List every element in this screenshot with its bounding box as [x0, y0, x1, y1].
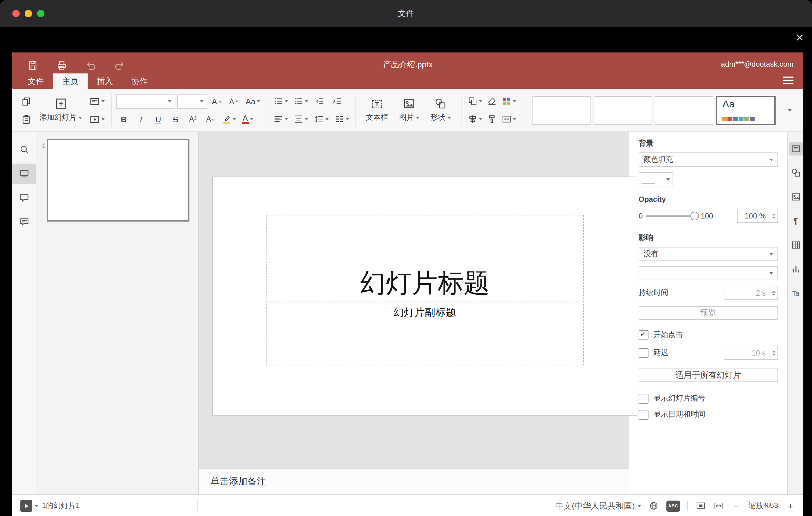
- set-language-button[interactable]: [648, 500, 659, 511]
- copy-button[interactable]: [19, 93, 34, 109]
- decrease-indent-button[interactable]: [312, 93, 328, 109]
- spellcheck-button[interactable]: ABC: [666, 500, 680, 511]
- slide-layout-button[interactable]: [88, 93, 107, 109]
- slide-size-button[interactable]: [500, 111, 518, 127]
- slide-title-placeholder[interactable]: 幻灯片标题: [266, 215, 584, 303]
- minimize-window-button[interactable]: [25, 10, 32, 17]
- highlight-color-button[interactable]: [220, 111, 238, 127]
- redo-button[interactable]: [112, 57, 127, 73]
- save-button[interactable]: [25, 57, 40, 73]
- theme-gallery-expand-button[interactable]: [782, 103, 797, 118]
- fit-to-slide-button[interactable]: [695, 500, 706, 511]
- start-slideshow-button[interactable]: [88, 111, 107, 127]
- slider-knob[interactable]: [690, 212, 699, 220]
- presentation-editor: 产品介绍.pptx adm***@dootask.com 文件 主页 插入 协作: [12, 53, 803, 515]
- zoom-in-button[interactable]: +: [785, 500, 795, 511]
- bullets-button[interactable]: [271, 93, 290, 109]
- undo-button[interactable]: [83, 57, 98, 73]
- fit-to-width-button[interactable]: [713, 500, 724, 511]
- color-scheme-icon: [502, 96, 512, 106]
- opacity-input[interactable]: 100 %: [737, 209, 778, 223]
- canvas-scroll-area[interactable]: 幻灯片标题 幻灯片副标题: [199, 132, 629, 468]
- text-art-settings-tab[interactable]: Ta: [789, 286, 803, 300]
- horizontal-align-button[interactable]: [271, 111, 290, 127]
- line-spacing-button[interactable]: [312, 111, 331, 127]
- slide-settings-tab[interactable]: [789, 142, 803, 155]
- color-scheme-button[interactable]: [500, 93, 518, 109]
- tab-home[interactable]: 主页: [53, 74, 88, 89]
- spinner-arrows[interactable]: [769, 209, 778, 222]
- theme-thumbnail[interactable]: [593, 96, 652, 124]
- table-settings-tab[interactable]: [789, 238, 803, 252]
- opacity-slider[interactable]: [646, 211, 698, 220]
- zoom-window-button[interactable]: [37, 10, 45, 17]
- spinner-arrows[interactable]: [769, 286, 778, 299]
- font-size-combo[interactable]: [177, 94, 207, 108]
- paste-button[interactable]: [19, 111, 34, 127]
- arrange-shapes-button[interactable]: [466, 93, 484, 109]
- fill-color-select[interactable]: [639, 172, 673, 187]
- image-settings-tab[interactable]: [789, 190, 803, 204]
- tab-file[interactable]: 文件: [19, 74, 53, 89]
- chart-settings-tab[interactable]: [789, 262, 803, 276]
- vertical-align-button[interactable]: [292, 111, 310, 127]
- apply-to-all-button[interactable]: 适用于所有幻灯片: [639, 368, 778, 382]
- subscript-button[interactable]: A₂: [202, 111, 218, 127]
- spinner-arrows[interactable]: [769, 346, 778, 359]
- language-status-button[interactable]: 中文(中华人民共和国): [555, 500, 641, 511]
- slides-panel-button[interactable]: [12, 164, 36, 184]
- show-date-time-checkbox[interactable]: [639, 409, 648, 420]
- insert-image-button[interactable]: 图片: [394, 92, 425, 128]
- theme-thumbnail-selected[interactable]: Aa: [716, 95, 776, 125]
- delay-checkbox[interactable]: [639, 348, 648, 358]
- notes-area[interactable]: 单击添加备注: [199, 468, 629, 494]
- delay-input[interactable]: 10 s: [724, 346, 778, 360]
- preview-button[interactable]: 预览: [639, 306, 778, 320]
- strikethrough-button[interactable]: S: [168, 111, 183, 127]
- columns-button[interactable]: [332, 111, 351, 127]
- increase-font-size-button[interactable]: A: [209, 93, 225, 109]
- fill-type-select[interactable]: 颜色填充: [639, 152, 778, 167]
- tab-collaboration[interactable]: 协作: [122, 74, 157, 89]
- chat-panel-button[interactable]: [12, 212, 36, 232]
- align-shapes-button[interactable]: [466, 111, 484, 127]
- tab-insert[interactable]: 插入: [88, 74, 122, 89]
- font-name-combo[interactable]: [116, 94, 175, 108]
- copy-style-button[interactable]: [484, 111, 500, 127]
- effect-type-select[interactable]: [639, 266, 778, 280]
- zoom-out-button[interactable]: −: [731, 500, 741, 511]
- print-button[interactable]: [54, 57, 69, 73]
- thumbnail-number: 1: [42, 142, 46, 149]
- start-on-click-checkbox[interactable]: [639, 330, 648, 340]
- change-case-button[interactable]: Aa: [244, 93, 262, 109]
- start-slideshow-status-button[interactable]: [20, 500, 32, 512]
- slide-canvas[interactable]: 幻灯片标题 幻灯片副标题: [212, 176, 637, 416]
- comments-panel-button[interactable]: [12, 188, 36, 208]
- slide-thumbnail[interactable]: [47, 139, 190, 222]
- superscript-button[interactable]: A²: [185, 111, 201, 127]
- underline-button[interactable]: U: [150, 111, 166, 127]
- search-panel-button[interactable]: [12, 140, 36, 160]
- hamburger-menu-icon[interactable]: [783, 77, 793, 84]
- theme-thumbnail[interactable]: [532, 96, 591, 124]
- shape-settings-tab[interactable]: [789, 166, 803, 180]
- increase-indent-button[interactable]: [329, 93, 345, 109]
- show-slide-number-checkbox[interactable]: [639, 394, 648, 403]
- add-slide-button[interactable]: 添加幻灯片: [34, 92, 88, 128]
- duration-input[interactable]: 2 s: [724, 286, 778, 300]
- clear-style-button[interactable]: [484, 93, 500, 109]
- close-window-button[interactable]: [12, 10, 20, 17]
- theme-thumbnail[interactable]: [655, 96, 713, 124]
- font-color-button[interactable]: A: [240, 111, 256, 127]
- bold-button[interactable]: B: [116, 111, 132, 127]
- insert-shape-button[interactable]: 形状: [425, 92, 457, 128]
- slide-subtitle-placeholder[interactable]: 幻灯片副标题: [266, 300, 584, 365]
- effect-select[interactable]: 没有: [639, 247, 778, 261]
- paragraph-settings-tab[interactable]: ¶: [789, 214, 803, 228]
- close-preview-button[interactable]: ✕: [795, 33, 804, 43]
- italic-button[interactable]: I: [133, 111, 149, 127]
- chevron-down-icon[interactable]: [34, 505, 38, 507]
- decrease-font-size-button[interactable]: A: [227, 93, 242, 109]
- insert-textbox-button[interactable]: 文本框: [360, 92, 394, 128]
- numbering-button[interactable]: [292, 93, 310, 109]
